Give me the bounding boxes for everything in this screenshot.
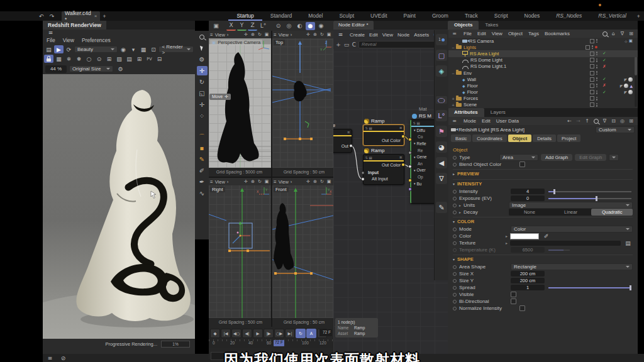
pop-out-icon[interactable]: ⊞ xyxy=(628,30,635,37)
axis-y-icon[interactable]: Y xyxy=(237,21,247,31)
objects-menu-file[interactable]: File xyxy=(464,31,472,36)
render_select-dropdown[interactable]: < Render > xyxy=(158,46,194,53)
layout-tab-uvedit[interactable]: UVEdit xyxy=(362,11,395,21)
coord-world-icon[interactable]: ⊙ xyxy=(274,22,283,30)
decay-option-linear[interactable]: Linear xyxy=(550,209,592,216)
display-tag-icon[interactable]: ◤ xyxy=(624,90,627,94)
visibility-dots[interactable] xyxy=(596,71,598,75)
scale-tool-icon[interactable]: ◱ xyxy=(197,89,208,98)
back-icon[interactable]: ← xyxy=(566,118,573,124)
pop-out-icon[interactable]: ⊞ xyxy=(628,118,635,124)
visibility-dots[interactable] xyxy=(592,45,594,49)
viewport-right[interactable]: ≡ View › ✛⊕↻▣ R xyxy=(209,178,271,327)
toggle-view-icon[interactable]: ▣ xyxy=(264,31,270,38)
intensity-value[interactable]: 4 xyxy=(511,189,545,194)
snapshot-image-icon[interactable]: ▤ xyxy=(125,55,134,63)
layout-tab-groom[interactable]: Groom xyxy=(424,11,457,21)
frame-rect-icon[interactable]: ▭ xyxy=(343,40,350,48)
cross-badge[interactable]: ✗ xyxy=(601,83,608,88)
rotate-view-icon[interactable]: ↻ xyxy=(319,178,325,185)
renderview-menu-view[interactable]: View xyxy=(63,37,74,43)
spread-value[interactable]: 1 xyxy=(511,285,545,290)
objects-menu-view[interactable]: View xyxy=(492,31,502,36)
move-points-tool-icon[interactable]: ⁘ xyxy=(197,111,208,121)
layout-tab-startup[interactable]: Startup xyxy=(228,11,262,21)
check-badge[interactable]: ✓ xyxy=(601,77,608,82)
prev-key-icon[interactable]: ◀○ xyxy=(231,329,242,338)
playhead-marker[interactable]: 72 F xyxy=(274,340,284,346)
pan-view-icon[interactable]: ✛ xyxy=(243,31,249,38)
axis-x-icon[interactable]: X xyxy=(226,21,236,31)
spread-slider[interactable] xyxy=(548,287,631,288)
tree-row-floor[interactable]: ◆Floor✓◤ xyxy=(448,89,638,96)
viewport-front[interactable]: ≡ View › ✛⊕↻▣ Front xyxy=(272,178,333,327)
renderview-gear-icon[interactable]: ⚙ xyxy=(116,65,125,73)
size-x-value[interactable]: 200 cm xyxy=(511,271,545,277)
category-corner-icon[interactable]: L° xyxy=(436,110,447,121)
hamburger-icon[interactable]: ≡ xyxy=(210,32,213,38)
zoom-value-field[interactable]: 44 % xyxy=(45,65,67,73)
chip-coordinates[interactable]: Coordinates xyxy=(472,134,506,142)
coord-object-icon[interactable]: ◎ xyxy=(284,22,294,30)
layout-single-icon[interactable]: 1 xyxy=(436,34,447,45)
toggle-view-icon[interactable]: ▣ xyxy=(264,178,270,185)
goto-start-icon[interactable]: |◀ xyxy=(221,329,231,338)
section-color[interactable]: ▾COLOR xyxy=(453,217,633,226)
next-key-icon[interactable]: ○▶ xyxy=(274,329,284,338)
hamburger-icon[interactable]: ≡ xyxy=(274,32,277,38)
tree-row-scene[interactable]: +Scene xyxy=(448,102,638,108)
visibility-dots[interactable] xyxy=(596,103,598,107)
type-dropdown[interactable]: Area xyxy=(499,154,538,161)
visibility-dots[interactable] xyxy=(596,58,598,62)
document-tab[interactable]: Walker.c4d * × xyxy=(62,11,100,21)
section-shape[interactable]: ▾SHAPE xyxy=(453,255,633,263)
layout-tab-track[interactable]: Track xyxy=(457,11,486,21)
undo-icon[interactable]: ↶ xyxy=(36,12,46,20)
tree-row-floor[interactable]: ◆Floor✗◤▲ xyxy=(448,82,638,89)
chip-basic[interactable]: Basic xyxy=(451,134,471,142)
pan-view-icon[interactable]: ✛ xyxy=(305,178,311,185)
area-shape-dropdown[interactable]: Rectangle xyxy=(511,263,633,270)
add-node-plus-icon[interactable]: + xyxy=(335,40,341,48)
dolly-view-icon[interactable]: ⊕ xyxy=(250,31,256,38)
visibility-dots[interactable] xyxy=(596,97,598,101)
lock-icon[interactable]: ⊟ xyxy=(610,118,617,124)
tree-row-forces[interactable]: +Forces xyxy=(448,96,638,102)
workplane-icon[interactable]: L° xyxy=(258,22,268,30)
tree-row-rs-area-light[interactable]: RS Area Light✓ xyxy=(448,50,638,57)
expander-icon[interactable]: − xyxy=(450,45,456,50)
mode-kinematic-icon[interactable]: ◉ xyxy=(316,22,326,30)
search-icon[interactable] xyxy=(592,118,599,124)
snapshot-freeze-add-icon[interactable]: ❅ xyxy=(74,55,84,63)
move-tool-icon[interactable]: ✛ xyxy=(197,66,208,75)
beauty-dropdown[interactable]: Beauty xyxy=(74,46,118,53)
pen-tool-icon[interactable]: ✒ xyxy=(197,177,208,187)
toggle-view-icon[interactable]: ▣ xyxy=(326,31,332,38)
node-editor-menu-edit[interactable]: Edit xyxy=(369,32,378,38)
viewport-content[interactable]: Front Y X xyxy=(272,185,333,318)
node-editor-menu-create[interactable]: Create xyxy=(350,32,365,38)
check-badge[interactable]: ✓ xyxy=(601,51,608,56)
node-editor-menu-assets[interactable]: Assets xyxy=(414,32,429,38)
mode-model-icon[interactable]: ◐ xyxy=(295,22,304,30)
chip-object[interactable]: Object xyxy=(508,134,531,142)
category-pie-icon[interactable]: ◕ xyxy=(436,141,447,153)
node-editor-menu-node[interactable]: Node xyxy=(397,32,409,38)
visibility-dots[interactable] xyxy=(596,52,598,55)
current-frame-field[interactable]: 72 F xyxy=(319,329,332,336)
node-search-input[interactable] xyxy=(358,41,446,48)
render-region-icon[interactable]: ▣ xyxy=(211,22,221,30)
add-layout-plus-icon[interactable]: + xyxy=(637,13,640,19)
pixel-grid-icon[interactable]: ▦ xyxy=(138,45,148,53)
expander-icon[interactable]: + xyxy=(450,102,456,107)
node-editor-tab[interactable]: Node Editor * xyxy=(333,21,374,30)
target-tag-icon[interactable]: ⊹ xyxy=(625,39,628,43)
viewport-top[interactable]: ≡ View › ✛⊕↻▣ Top xyxy=(272,31,333,177)
chip-details[interactable]: Details xyxy=(533,134,556,142)
snapshot-add-icon[interactable]: ⊞ xyxy=(135,55,144,63)
color-mode-dropdown[interactable]: Color xyxy=(511,226,633,233)
dolly-view-icon[interactable]: ⊕ xyxy=(312,178,318,185)
snapshot-icon[interactable]: ▤ xyxy=(44,45,53,53)
prev-frame-icon[interactable]: ◀| xyxy=(242,329,252,338)
loop-icon[interactable]: ↻ xyxy=(296,329,306,338)
